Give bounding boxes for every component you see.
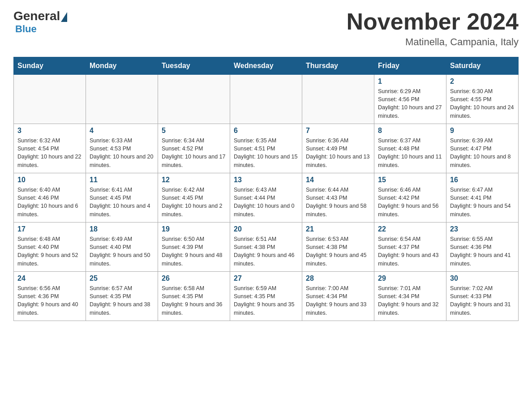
day-cell (14, 75, 86, 124)
header-sunday: Sunday (14, 57, 86, 75)
day-info: Sunrise: 6:35 AM Sunset: 4:51 PM Dayligh… (234, 137, 298, 169)
day-info: Sunrise: 6:50 AM Sunset: 4:39 PM Dayligh… (162, 235, 226, 268)
day-info: Sunrise: 6:44 AM Sunset: 4:43 PM Dayligh… (306, 186, 370, 218)
day-cell: 22Sunrise: 6:54 AM Sunset: 4:37 PM Dayli… (374, 223, 446, 272)
day-number: 8 (378, 127, 442, 135)
day-cell: 9Sunrise: 6:39 AM Sunset: 4:47 PM Daylig… (446, 124, 519, 173)
day-cell: 1Sunrise: 6:29 AM Sunset: 4:56 PM Daylig… (374, 75, 446, 124)
day-number: 6 (234, 127, 298, 135)
logo: General Blue (13, 9, 68, 35)
day-info: Sunrise: 6:54 AM Sunset: 4:37 PM Dayligh… (378, 235, 442, 268)
day-number: 18 (90, 225, 154, 233)
week-row-4: 17Sunrise: 6:48 AM Sunset: 4:40 PM Dayli… (14, 223, 519, 272)
day-number: 7 (306, 127, 370, 135)
day-info: Sunrise: 6:53 AM Sunset: 4:38 PM Dayligh… (306, 235, 370, 268)
day-cell: 4Sunrise: 6:33 AM Sunset: 4:53 PM Daylig… (86, 124, 158, 173)
day-cell: 12Sunrise: 6:42 AM Sunset: 4:45 PM Dayli… (158, 173, 230, 223)
day-info: Sunrise: 6:55 AM Sunset: 4:36 PM Dayligh… (450, 235, 515, 268)
day-info: Sunrise: 6:48 AM Sunset: 4:40 PM Dayligh… (17, 235, 82, 268)
logo-general-text: General (13, 9, 60, 23)
day-cell: 7Sunrise: 6:36 AM Sunset: 4:49 PM Daylig… (302, 124, 374, 173)
day-info: Sunrise: 6:58 AM Sunset: 4:35 PM Dayligh… (162, 284, 226, 317)
day-info: Sunrise: 6:59 AM Sunset: 4:35 PM Dayligh… (234, 284, 298, 317)
day-info: Sunrise: 6:42 AM Sunset: 4:45 PM Dayligh… (162, 186, 226, 218)
day-cell: 30Sunrise: 7:02 AM Sunset: 4:33 PM Dayli… (446, 272, 519, 321)
day-info: Sunrise: 6:57 AM Sunset: 4:35 PM Dayligh… (90, 284, 154, 317)
calendar-table: Sunday Monday Tuesday Wednesday Thursday… (13, 57, 519, 321)
day-cell: 2Sunrise: 6:30 AM Sunset: 4:55 PM Daylig… (446, 75, 519, 124)
day-cell: 18Sunrise: 6:49 AM Sunset: 4:40 PM Dayli… (86, 223, 158, 272)
day-number: 21 (306, 225, 370, 233)
day-number: 14 (306, 176, 370, 184)
day-cell: 11Sunrise: 6:41 AM Sunset: 4:45 PM Dayli… (86, 173, 158, 223)
day-cell: 3Sunrise: 6:32 AM Sunset: 4:54 PM Daylig… (14, 124, 86, 173)
day-cell: 8Sunrise: 6:37 AM Sunset: 4:48 PM Daylig… (374, 124, 446, 173)
day-cell (302, 75, 374, 124)
day-cell: 21Sunrise: 6:53 AM Sunset: 4:38 PM Dayli… (302, 223, 374, 272)
calendar-body: 1Sunrise: 6:29 AM Sunset: 4:56 PM Daylig… (14, 75, 519, 321)
day-cell: 26Sunrise: 6:58 AM Sunset: 4:35 PM Dayli… (158, 272, 230, 321)
day-number: 12 (162, 176, 226, 184)
day-cell: 20Sunrise: 6:51 AM Sunset: 4:38 PM Dayli… (230, 223, 302, 272)
day-number: 11 (90, 176, 154, 184)
day-cell: 23Sunrise: 6:55 AM Sunset: 4:36 PM Dayli… (446, 223, 519, 272)
day-number: 28 (306, 274, 370, 283)
week-row-3: 10Sunrise: 6:40 AM Sunset: 4:46 PM Dayli… (14, 173, 519, 223)
day-cell: 15Sunrise: 6:46 AM Sunset: 4:42 PM Dayli… (374, 173, 446, 223)
week-row-5: 24Sunrise: 6:56 AM Sunset: 4:36 PM Dayli… (14, 272, 519, 321)
day-cell: 13Sunrise: 6:43 AM Sunset: 4:44 PM Dayli… (230, 173, 302, 223)
day-number: 2 (450, 77, 515, 86)
day-cell: 10Sunrise: 6:40 AM Sunset: 4:46 PM Dayli… (14, 173, 86, 223)
header-tuesday: Tuesday (158, 57, 230, 75)
day-number: 29 (378, 274, 442, 283)
day-cell: 29Sunrise: 7:01 AM Sunset: 4:34 PM Dayli… (374, 272, 446, 321)
day-number: 3 (17, 127, 82, 135)
day-info: Sunrise: 6:37 AM Sunset: 4:48 PM Dayligh… (378, 137, 442, 169)
day-cell: 5Sunrise: 6:34 AM Sunset: 4:52 PM Daylig… (158, 124, 230, 173)
title-area: November 2024 Matinella, Campania, Italy (347, 9, 519, 48)
day-info: Sunrise: 7:01 AM Sunset: 4:34 PM Dayligh… (378, 284, 442, 317)
day-cell (86, 75, 158, 124)
week-row-2: 3Sunrise: 6:32 AM Sunset: 4:54 PM Daylig… (14, 124, 519, 173)
day-cell (230, 75, 302, 124)
logo-triangle-icon (61, 12, 67, 22)
calendar-header: Sunday Monday Tuesday Wednesday Thursday… (14, 57, 519, 75)
day-number: 15 (378, 176, 442, 184)
day-number: 4 (90, 127, 154, 135)
location: Matinella, Campania, Italy (347, 36, 519, 48)
day-number: 9 (450, 127, 515, 135)
header-saturday: Saturday (446, 57, 519, 75)
logo-blue-text: Blue (15, 23, 37, 35)
day-info: Sunrise: 6:29 AM Sunset: 4:56 PM Dayligh… (378, 87, 442, 120)
day-cell: 28Sunrise: 7:00 AM Sunset: 4:34 PM Dayli… (302, 272, 374, 321)
day-number: 23 (450, 225, 515, 233)
day-info: Sunrise: 6:56 AM Sunset: 4:36 PM Dayligh… (17, 284, 82, 317)
page-header: General Blue November 2024 Matinella, Ca… (13, 9, 519, 48)
day-cell: 25Sunrise: 6:57 AM Sunset: 4:35 PM Dayli… (86, 272, 158, 321)
header-wednesday: Wednesday (230, 57, 302, 75)
header-monday: Monday (86, 57, 158, 75)
day-number: 16 (450, 176, 515, 184)
day-cell: 6Sunrise: 6:35 AM Sunset: 4:51 PM Daylig… (230, 124, 302, 173)
day-number: 13 (234, 176, 298, 184)
header-thursday: Thursday (302, 57, 374, 75)
day-info: Sunrise: 6:39 AM Sunset: 4:47 PM Dayligh… (450, 137, 515, 169)
header-friday: Friday (374, 57, 446, 75)
day-cell: 14Sunrise: 6:44 AM Sunset: 4:43 PM Dayli… (302, 173, 374, 223)
day-number: 26 (162, 274, 226, 283)
day-info: Sunrise: 6:32 AM Sunset: 4:54 PM Dayligh… (17, 137, 82, 169)
day-number: 10 (17, 176, 82, 184)
day-info: Sunrise: 6:41 AM Sunset: 4:45 PM Dayligh… (90, 186, 154, 218)
day-number: 27 (234, 274, 298, 283)
day-info: Sunrise: 6:30 AM Sunset: 4:55 PM Dayligh… (450, 87, 515, 120)
day-info: Sunrise: 6:49 AM Sunset: 4:40 PM Dayligh… (90, 235, 154, 268)
day-cell: 24Sunrise: 6:56 AM Sunset: 4:36 PM Dayli… (14, 272, 86, 321)
day-info: Sunrise: 6:33 AM Sunset: 4:53 PM Dayligh… (90, 137, 154, 169)
day-cell: 17Sunrise: 6:48 AM Sunset: 4:40 PM Dayli… (14, 223, 86, 272)
day-info: Sunrise: 6:46 AM Sunset: 4:42 PM Dayligh… (378, 186, 442, 218)
day-info: Sunrise: 6:51 AM Sunset: 4:38 PM Dayligh… (234, 235, 298, 268)
day-info: Sunrise: 6:43 AM Sunset: 4:44 PM Dayligh… (234, 186, 298, 218)
day-info: Sunrise: 6:47 AM Sunset: 4:41 PM Dayligh… (450, 186, 515, 218)
day-number: 24 (17, 274, 82, 283)
day-info: Sunrise: 7:00 AM Sunset: 4:34 PM Dayligh… (306, 284, 370, 317)
